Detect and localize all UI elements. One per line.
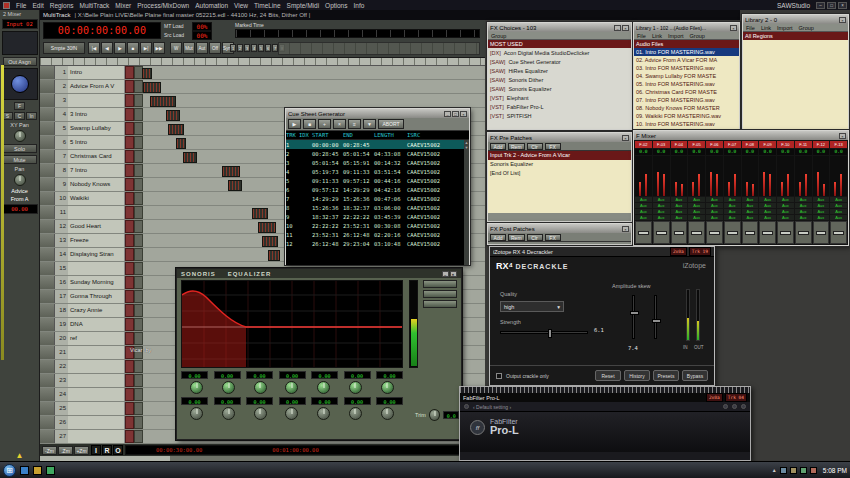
track-fx-button[interactable] (125, 192, 134, 205)
track-eq-button[interactable] (134, 360, 143, 373)
aux-send-button[interactable]: Aux (830, 197, 847, 202)
fx-button[interactable]: FX (545, 234, 561, 241)
region-hot-label[interactable]: Vicar .by (130, 347, 151, 353)
fx-choices-titlebar[interactable]: FX Choices - 103 –× (488, 23, 631, 32)
aux-send-button[interactable]: Aux (653, 209, 670, 214)
fx-button[interactable]: FX (545, 143, 561, 150)
eq-band-knob[interactable] (317, 407, 330, 420)
audio-region[interactable] (168, 124, 184, 135)
channel-fader[interactable] (759, 221, 776, 244)
track-fx-button[interactable] (125, 416, 134, 429)
track-arm-button[interactable] (40, 430, 55, 443)
audio-file-item[interactable]: 08. Nobody Knows FOR MASTER (634, 104, 739, 112)
track-name[interactable]: Gonna Through (68, 290, 125, 303)
track-arm-button[interactable] (40, 402, 55, 415)
track-name[interactable]: Displaying Stran (68, 248, 125, 261)
aux-send-button[interactable]: Aux (653, 215, 670, 220)
layout-button[interactable]: 4 (251, 44, 257, 52)
minimize-icon[interactable]: – (614, 25, 621, 31)
fx-plugin-item[interactable]: [SAW]Sonoris Dither (488, 75, 631, 84)
eq-band-knob[interactable] (254, 407, 267, 420)
cue-row[interactable]: 815:26:3618:32:3703:06:00CAAEV15002 (286, 203, 469, 212)
audio-file-item[interactable]: 01. Intro FOR MASTERING.wav (634, 48, 739, 56)
audio-file-item[interactable]: 02. Advice From A Vicar FOR MA (634, 56, 739, 64)
eq-band-knob[interactable] (222, 381, 235, 394)
track-arm-button[interactable] (40, 276, 55, 289)
output-crackle-checkbox[interactable] (496, 373, 502, 379)
aux-send-button[interactable]: Aux (813, 209, 830, 214)
track-eq-button[interactable] (134, 122, 143, 135)
fx-plugin-item[interactable]: [DX]Acon Digital Media StudioDeclicker (488, 48, 631, 57)
track-arm-button[interactable] (40, 206, 55, 219)
track-name[interactable] (68, 206, 125, 219)
aux-send-button[interactable]: Aux (724, 209, 741, 214)
track-name[interactable]: Intro (68, 66, 125, 79)
strength-slider[interactable] (500, 331, 588, 334)
eq-side-button[interactable] (423, 280, 457, 288)
minimize-icon[interactable]: – (444, 111, 451, 117)
eq-band-knob[interactable] (381, 407, 394, 420)
cue-tool-button[interactable]: × (333, 119, 346, 129)
fader-arrow-icon[interactable]: ▲ (16, 451, 24, 460)
track-fx-button[interactable] (125, 66, 134, 79)
menu-item[interactable]: Link (652, 33, 662, 39)
channel-fader[interactable] (813, 221, 830, 244)
aux-send-button[interactable]: Aux (724, 203, 741, 208)
cue-tool-button[interactable]: ▶ (288, 119, 301, 129)
patch-tool-button[interactable]: Rem (508, 143, 525, 150)
aux-send-button[interactable]: Aux (759, 215, 776, 220)
menu-item[interactable]: MultiTrack (80, 2, 110, 9)
track-fx-button[interactable] (125, 80, 134, 93)
tray-icon[interactable] (790, 467, 797, 474)
smpte-mode-button[interactable]: Smpte 30fN (43, 42, 85, 54)
track-eq-button[interactable] (134, 290, 143, 303)
track-fx-button[interactable] (125, 164, 134, 177)
menu-item[interactable]: Smpte/Midi (287, 2, 320, 9)
audio-file-item[interactable]: 04. Swamp Lullaby FOR MASTE (634, 72, 739, 80)
out-asgn-button[interactable]: Out Asgn (3, 57, 37, 66)
app-icon[interactable] (3, 2, 10, 9)
cue-tool-button[interactable]: ≡ (348, 119, 361, 129)
iro-button[interactable]: O (113, 445, 123, 455)
track-name[interactable] (68, 430, 125, 443)
audio-region[interactable] (258, 222, 276, 233)
aux-send-button[interactable]: Aux (635, 215, 652, 220)
aux-send-button[interactable]: Aux (706, 203, 723, 208)
track-fx-button[interactable] (125, 388, 134, 401)
track-fx-button[interactable] (125, 248, 134, 261)
eq-band-knob[interactable] (190, 381, 203, 394)
aux-send-button[interactable]: Aux (830, 209, 847, 214)
mixer-mode-button[interactable]: C (14, 112, 25, 120)
eq-side-button[interactable] (423, 290, 457, 298)
timeline-ruler[interactable] (40, 58, 485, 66)
transport-button[interactable]: |◀ (88, 42, 100, 54)
track-name[interactable]: Crazy Annie (68, 304, 125, 317)
track-fx-button[interactable] (125, 402, 134, 415)
bypass-icon[interactable] (464, 404, 469, 409)
track-fx-button[interactable] (125, 206, 134, 219)
cue-sheet-titlebar[interactable]: Cue Sheet Generator –□× (286, 109, 469, 118)
fx-group-header[interactable]: MOST USED (488, 40, 631, 48)
patch-tool-button[interactable]: Clr (527, 234, 543, 241)
menu-item[interactable]: View (234, 2, 248, 9)
aux-send-button[interactable]: Aux (759, 197, 776, 202)
track-fx-button[interactable] (125, 150, 134, 163)
close-icon[interactable]: × (839, 17, 846, 23)
start-button[interactable]: ⊞ (3, 464, 16, 477)
eq-band-knob[interactable] (349, 407, 362, 420)
track-eq-button[interactable] (134, 388, 143, 401)
menu-item[interactable]: Info (353, 2, 364, 9)
menu-item[interactable]: Group (491, 33, 506, 39)
eq-band-knob[interactable] (254, 381, 267, 394)
aux-send-button[interactable]: Aux (742, 197, 759, 202)
close-icon[interactable]: × (838, 2, 847, 9)
track-fx-button[interactable] (125, 304, 134, 317)
cue-row[interactable]: 305:01:5405:15:9100:14:32CAAEV15002 (286, 158, 469, 167)
aux-send-button[interactable]: Aux (635, 203, 652, 208)
audio-file-item[interactable]: 05. Intro FOR MASTERING.wav (634, 80, 739, 88)
audio-region[interactable] (176, 138, 186, 149)
pan-knob[interactable] (14, 174, 26, 186)
cue-row[interactable]: 1123:52:3126:12:4802:20:16CAAEV15002 (286, 230, 469, 239)
tray-icon[interactable] (810, 467, 817, 474)
track-arm-button[interactable] (40, 220, 55, 233)
